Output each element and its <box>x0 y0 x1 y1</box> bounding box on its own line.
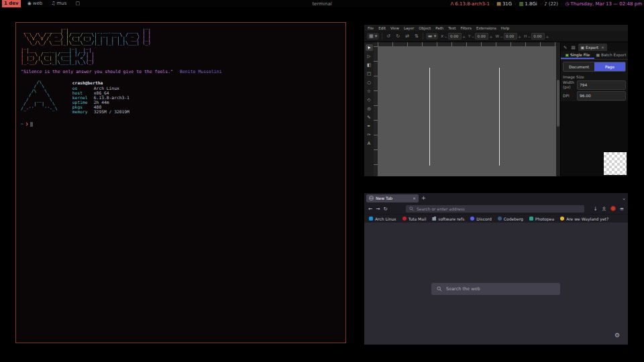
export-dialog-tab[interactable]: ▣ Export × <box>578 44 607 51</box>
menu-edit[interactable]: Edit <box>378 26 386 30</box>
export-area-segment: Document Page <box>563 62 626 72</box>
address-bar[interactable]: Search or enter address <box>406 205 585 213</box>
bookmark-discord[interactable]: Discord <box>470 217 492 221</box>
arch-logo-ascii: /\ / \ /\ \ / \ / __ \ / | | \ /_-'' ''-… <box>21 80 58 114</box>
single-file-icon: ▣ <box>566 53 569 57</box>
arch-icon: Λ <box>451 1 454 7</box>
datetime: Thursday, Mar 13 — 02:48 pm <box>571 1 642 7</box>
ascii-art-welcome: _ _ __ _____| | ___ ___ _ __ ___ ___ | |… <box>21 25 151 46</box>
bookmark-arch-linux[interactable]: Arch Linux <box>369 217 396 221</box>
flip-vertical-icon[interactable]: ⇅ <box>413 34 420 39</box>
text-tool[interactable]: A <box>366 140 373 147</box>
pencil-tool[interactable]: ✎ <box>366 114 373 121</box>
workspace-tag-mus[interactable]: ♫ mus <box>49 0 68 7</box>
extension-icon[interactable] <box>610 206 616 211</box>
close-icon[interactable]: × <box>601 46 604 50</box>
clock-module: ◷ Thursday, Mar 13 — 02:48 pm <box>565 1 642 7</box>
tool-options-bar: ▦ ▾ ↺ ↻ ⇄ ⇅ ▬ ▾ X − 0.00 + Y − 0.00 + W … <box>364 31 628 42</box>
bookmark-tuta-mail[interactable]: Tuta Mail <box>402 217 427 221</box>
fill-stroke-dialog-icon[interactable]: ✎ <box>562 45 568 51</box>
menu-icon[interactable]: ≡ <box>620 206 624 212</box>
shape-builder-tool[interactable]: ◧ <box>366 62 373 68</box>
drawing-canvas[interactable] <box>378 46 556 176</box>
increment[interactable]: + <box>462 34 466 39</box>
ellipse-tool[interactable]: ○ <box>366 79 373 86</box>
reload-button[interactable]: ↻ <box>384 206 388 212</box>
web-search-input[interactable]: Search the web <box>431 283 560 295</box>
workspace-tag-label: mus <box>57 0 67 7</box>
menu-extensions[interactable]: Extensions <box>476 26 496 30</box>
menu-view[interactable]: View <box>390 26 399 30</box>
increment[interactable]: + <box>518 34 521 39</box>
terminal-window[interactable]: _ _ __ _____| | ___ ___ _ __ ___ ___ | |… <box>15 22 346 343</box>
selection-mode-dropdown[interactable]: ▦ ▾ <box>367 33 379 40</box>
new-tab-page: Search the web ⚙ <box>364 223 628 345</box>
menu-filters[interactable]: Filters <box>460 26 472 30</box>
page-button[interactable]: Page <box>594 62 625 71</box>
bookmark-photopea[interactable]: Photopea <box>529 217 554 221</box>
export-icon: ▣ <box>581 46 584 50</box>
export-dialog: ✎ ▤ ▣ Export × ▣ Single File ▦ Batch Exp… <box>560 42 628 176</box>
bookmark-codeberg[interactable]: Codeberg <box>498 217 523 221</box>
flip-horizontal-icon[interactable]: ⇄ <box>404 34 411 39</box>
selector-tool[interactable]: ➤ <box>366 44 373 51</box>
increment[interactable]: + <box>489 34 492 39</box>
width-spinbox[interactable]: W − 0.00 + <box>496 33 522 40</box>
box3d-tool[interactable]: ◇ <box>366 97 373 103</box>
bookmark-folder-software-refs[interactable]: software refs <box>432 217 464 221</box>
discord-favicon <box>470 217 474 221</box>
tab-batch-export[interactable]: ▦ Batch Export <box>594 51 628 59</box>
decrement[interactable]: − <box>471 34 474 39</box>
globe-icon: ◉ <box>28 0 32 7</box>
bookmark-are-we-wayland-yet[interactable]: Are we Wayland yet? <box>560 217 608 221</box>
shell-prompt[interactable]: ~ ❯ <box>21 121 341 127</box>
height-spinbox[interactable]: H − 0.00 + <box>524 33 549 40</box>
menu-object[interactable]: Object <box>419 26 431 30</box>
workspace-tag-web[interactable]: ◉ web <box>25 0 45 7</box>
fetch-row: pkgs480 <box>72 105 129 109</box>
rotate-ccw-icon[interactable]: ↺ <box>385 34 392 39</box>
decrement[interactable]: − <box>444 34 447 39</box>
list-tabs-chevron[interactable]: ⌄ <box>622 196 626 201</box>
decrement[interactable]: − <box>527 34 531 39</box>
export-dpi-input[interactable]: 96.00 <box>577 91 626 101</box>
browser-tab-new-tab[interactable]: New Tab × <box>366 194 419 202</box>
menu-path[interactable]: Path <box>435 26 443 30</box>
spiral-tool[interactable]: ◎ <box>366 105 373 112</box>
export-width-input[interactable]: 794 <box>577 80 626 90</box>
menu-layer[interactable]: Layer <box>404 26 414 30</box>
calligraphy-tool[interactable]: ✑ <box>366 131 373 138</box>
layers-dialog-icon[interactable]: ▤ <box>570 45 576 51</box>
new-tab-button[interactable]: + <box>421 195 426 201</box>
account-icon[interactable] <box>602 206 606 211</box>
y-coordinate-spinbox[interactable]: Y − 0.00 + <box>468 33 492 40</box>
inkscape-toolbox: ➤ ▷ ◧ □ ○ ☆ ◇ ◎ ✎ ✒ ✑ A <box>364 42 374 176</box>
forward-button[interactable]: → <box>376 206 380 212</box>
downloads-icon[interactable]: ↓ <box>593 206 597 212</box>
personalize-gear-icon[interactable]: ⚙ <box>614 332 620 339</box>
star-tool[interactable]: ☆ <box>366 88 373 95</box>
disk-usage: 31G <box>502 1 512 7</box>
canvas-scrollbar[interactable] <box>556 42 560 176</box>
tab-close-icon[interactable]: × <box>413 196 416 200</box>
back-button[interactable]: ← <box>368 206 372 212</box>
tab-single-file[interactable]: ▣ Single File <box>561 51 594 59</box>
pen-tool[interactable]: ✒ <box>366 123 373 129</box>
transparency-preview <box>604 152 627 175</box>
node-tool[interactable]: ▷ <box>366 53 373 60</box>
document-button[interactable]: Document <box>564 62 594 71</box>
x-coordinate-spinbox[interactable]: X − 0.00 + <box>441 33 466 40</box>
menu-text[interactable]: Text <box>448 26 455 30</box>
menu-help[interactable]: Help <box>501 26 510 30</box>
prompt-path: ~ <box>21 121 23 127</box>
rectangle-tool[interactable]: □ <box>366 70 373 77</box>
rotate-cw-icon[interactable]: ↻ <box>394 34 401 39</box>
quote-text: "Silence is the only answer you should g… <box>21 69 173 74</box>
workspace-tag-dev[interactable]: 1 dev <box>2 0 21 7</box>
align-dropdown[interactable]: ▬ ▾ <box>426 33 438 40</box>
scrollbar-thumb[interactable] <box>557 80 559 127</box>
menu-file[interactable]: File <box>368 26 374 30</box>
workspace-tag-4[interactable]: ▢ <box>73 0 82 7</box>
increment[interactable]: + <box>545 34 549 39</box>
decrement[interactable]: − <box>500 34 503 39</box>
